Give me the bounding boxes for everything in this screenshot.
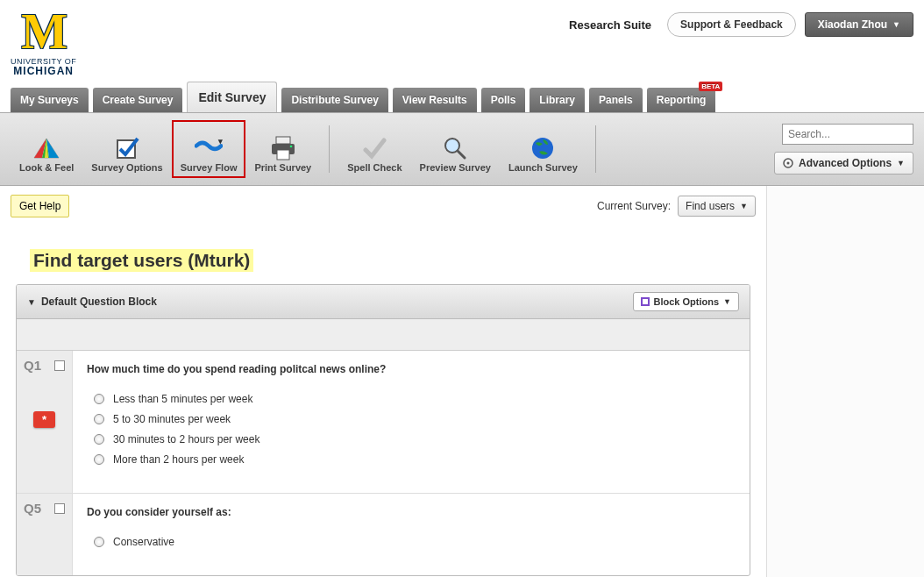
printer-icon: [269, 134, 297, 162]
flow-arrows-icon: [195, 134, 223, 162]
chevron-down-icon: ▼: [897, 159, 905, 167]
tab-distribute-survey[interactable]: Distribute Survey: [281, 88, 387, 112]
question-number: Q5: [24, 501, 41, 516]
block-options-button[interactable]: Block Options ▼: [633, 292, 739, 311]
option-label: More than 2 hours per week: [113, 453, 244, 466]
spell-check-button[interactable]: Spell Check: [338, 120, 410, 178]
required-badge: *: [33, 411, 55, 428]
question-text: Do you consider yourself as:: [87, 506, 736, 518]
radio-option[interactable]: [94, 434, 104, 445]
tab-edit-survey[interactable]: Edit Survey: [187, 82, 277, 112]
tab-panels[interactable]: Panels: [589, 88, 643, 112]
block-options-icon: [641, 297, 650, 306]
tab-polls[interactable]: Polls: [481, 88, 526, 112]
brand-logo: M UNIVERSITY OF MICHIGAN: [11, 7, 76, 76]
svg-point-13: [532, 138, 553, 159]
option-label: Less than 5 minutes per week: [113, 393, 252, 405]
question-block: ▼ Default Question Block Block Options ▼…: [16, 284, 750, 576]
print-survey-button[interactable]: Print Survey: [245, 120, 320, 178]
question-text: How much time do you spend reading polit…: [87, 363, 736, 375]
beta-badge: BETA: [699, 82, 722, 91]
survey-options-button[interactable]: Survey Options: [82, 120, 171, 178]
radio-option[interactable]: [94, 394, 104, 404]
look-and-feel-button[interactable]: Look & Feel: [11, 120, 82, 178]
option-label: 30 minutes to 2 hours per week: [113, 433, 259, 445]
toolbar-separator-2: [595, 125, 596, 173]
current-survey-dropdown[interactable]: Find users ▼: [678, 196, 756, 217]
svg-point-15: [787, 162, 790, 165]
question-select-checkbox[interactable]: [54, 360, 65, 371]
tab-reporting[interactable]: Reporting BETA: [647, 88, 716, 112]
tab-create-survey[interactable]: Create Survey: [93, 88, 183, 112]
research-suite-label: Research Suite: [569, 18, 651, 32]
magnifier-icon: [441, 134, 469, 162]
radio-option[interactable]: [94, 414, 104, 424]
globe-icon: [529, 134, 557, 162]
question-row[interactable]: Q5 Do you consider yourself as: Conserva…: [17, 494, 750, 575]
preview-survey-button[interactable]: Preview Survey: [411, 120, 500, 178]
chevron-down-icon: ▼: [723, 297, 731, 306]
checkbox-icon: [113, 134, 141, 162]
logo-text: UNIVERSITY OF MICHIGAN: [11, 58, 76, 76]
tab-library[interactable]: Library: [530, 88, 585, 112]
search-input[interactable]: [782, 124, 913, 145]
question-select-checkbox[interactable]: [54, 503, 65, 514]
toolbar-separator: [329, 125, 330, 173]
chevron-down-icon: ▼: [740, 202, 748, 210]
radio-option[interactable]: [94, 454, 104, 465]
svg-rect-9: [277, 150, 289, 160]
svg-marker-6: [218, 139, 223, 144]
svg-point-10: [290, 146, 293, 148]
radio-option[interactable]: [94, 537, 104, 547]
palette-icon: [32, 134, 60, 162]
current-survey-label: Current Survey:: [597, 200, 671, 212]
block-disclose-toggle[interactable]: ▼: [27, 297, 36, 307]
gear-icon: [783, 158, 793, 168]
checkmark-icon: [360, 134, 388, 162]
tab-my-surveys[interactable]: My Surveys: [11, 88, 89, 112]
question-number: Q1: [24, 358, 41, 373]
logo-m-icon: M: [21, 7, 66, 56]
get-help-button[interactable]: Get Help: [11, 195, 69, 217]
tab-view-results[interactable]: View Results: [393, 88, 477, 112]
right-side-panel: [766, 186, 924, 577]
advanced-options-button[interactable]: Advanced Options ▼: [774, 152, 913, 175]
launch-survey-button[interactable]: Launch Survey: [500, 120, 586, 178]
chevron-down-icon: ▼: [892, 20, 900, 29]
option-label: Conservative: [113, 536, 174, 548]
block-spacer: [17, 319, 750, 351]
block-title: Default Question Block: [41, 296, 157, 308]
survey-flow-button[interactable]: Survey Flow: [172, 120, 246, 178]
question-row[interactable]: Q1 * How much time do you spend reading …: [17, 351, 750, 494]
user-menu-button[interactable]: Xiaodan Zhou ▼: [805, 12, 913, 37]
svg-rect-7: [276, 137, 290, 144]
option-label: 5 to 30 minutes per week: [113, 413, 231, 425]
support-feedback-button[interactable]: Support & Feedback: [667, 12, 796, 37]
survey-title: Find target users (Mturk): [30, 249, 253, 272]
user-name-label: Xiaodan Zhou: [818, 18, 887, 31]
svg-line-12: [458, 151, 465, 158]
